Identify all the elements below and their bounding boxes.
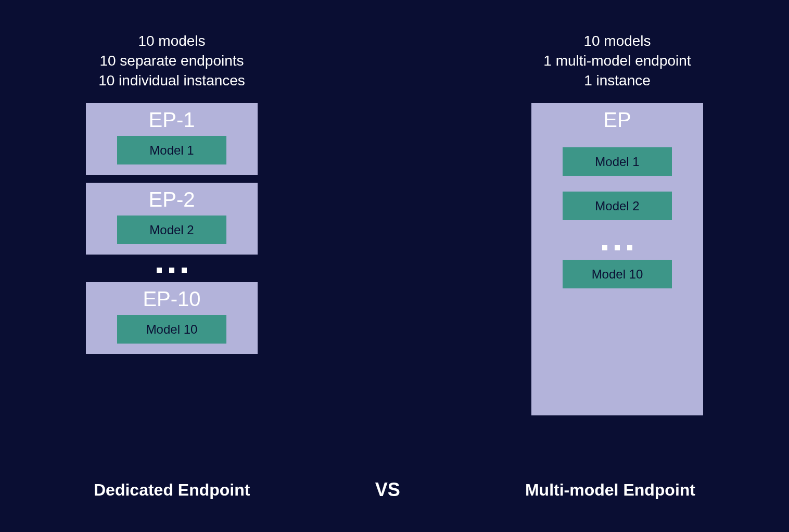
right-header: 10 models1 multi-model endpoint1 instanc… [543,31,691,90]
multi-model-endpoint-column: 10 models1 multi-model endpoint1 instanc… [508,31,727,415]
ellipsis-icon [602,240,632,256]
endpoint-title: EP-10 [143,287,200,311]
model-box: Model 1 [117,136,226,164]
multi-model-endpoint-label: Multi-model Endpoint [525,480,695,500]
endpoint-box-1: EP-1 Model 1 [86,103,258,175]
dedicated-endpoint-column: 10 models10 separate endpoints10 individ… [62,31,281,362]
endpoint-title: EP-2 [149,188,195,211]
endpoint-box-10: EP-10 Model 10 [86,282,258,354]
endpoint-title: EP [603,108,631,132]
multi-endpoint-box: EP Model 1 Model 2 Model 10 [531,103,703,415]
model-box: Model 2 [563,192,672,220]
model-box: Model 10 [117,315,226,344]
model-box: Model 10 [563,260,672,288]
diagram-container: 10 models10 separate endpoints10 individ… [0,0,789,532]
left-header: 10 models10 separate endpoints10 individ… [98,31,245,90]
endpoint-title: EP-1 [149,108,195,132]
model-box: Model 2 [117,216,226,244]
dedicated-endpoint-label: Dedicated Endpoint [94,480,250,500]
endpoint-box-2: EP-2 Model 2 [86,183,258,255]
vs-label: VS [375,479,400,501]
model-box: Model 1 [563,147,672,176]
footer-row: Dedicated Endpoint VS Multi-model Endpoi… [0,479,789,501]
ellipsis-icon [157,262,187,278]
